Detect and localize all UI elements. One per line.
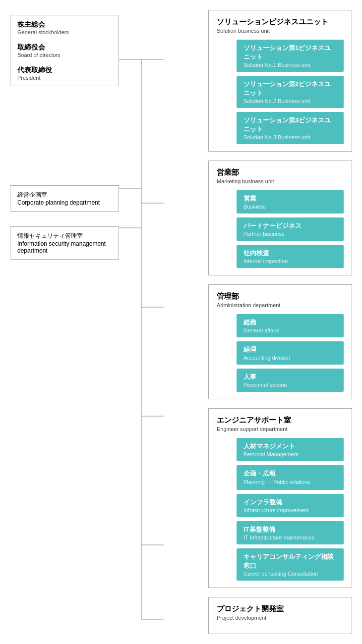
security-box: 情報セキュリティ管理室 Information security managem… [10,226,119,260]
corporate-planning-box: 経営企画室 Corporate planning department [10,185,119,212]
sub-marketing-3-jp: 社内検査 [243,249,337,258]
sub-admin-1-en: General affairs [243,327,337,333]
sub-solution-1: ソリューション第1ビジネスユニット Solution No.1 Business… [237,40,344,72]
sub-solution-1-jp: ソリューション第1ビジネスユニット [243,44,337,61]
sub-engineer-2-jp: 企画・広報 [243,469,337,478]
sub-marketing-3: 社内検査 Internal inspection [237,245,344,268]
sub-solution-2-jp: ソリューション第2ビジネスユニット [243,80,337,98]
dept-admin-title-jp: 管理部 [217,292,344,301]
board-entry: 取締役会 Board of directors [17,43,112,58]
sub-engineer-4-jp: IT基盤整備 [243,525,337,534]
sub-solution-2-en: Solution No.2 Business unit [243,98,337,104]
sub-solution-1-en: Solution No.1 Business unit [243,62,337,68]
sub-marketing-1-jp: 営業 [243,194,337,203]
sub-engineer-2-en: Planning ・ Public relations [243,479,337,486]
president-entry: 代表取締役 President [17,66,112,81]
sub-marketing-2-jp: パートナービジネス [243,221,337,230]
sub-marketing-2-en: Partner business [243,231,337,237]
sub-admin-2-jp: 経理 [243,345,337,354]
sub-admin-1: 総務 General affairs [237,314,344,337]
sub-marketing-1-en: Business [243,204,337,210]
sub-engineer-1-en: Personal Management [243,451,337,457]
dept-solution-subs: ソリューション第1ビジネスユニット Solution No.1 Business… [237,40,344,144]
president-en: President [17,75,112,81]
sub-marketing-3-en: Internal inspection [243,258,337,264]
dept-solution-title-jp: ソリューションビジネスユニット [217,17,344,27]
sub-admin-2: 経理 Accounting division [237,341,344,365]
dept-marketing-title-jp: 営業部 [217,168,344,177]
dept-marketing-title-en: Marketing business unit [217,178,344,184]
left-column: 株主総会 General stockholders 取締役会 Board of … [10,10,119,634]
dept-engineer-title-en: Engineer support department [217,426,344,432]
board-jp: 取締役会 [17,43,112,52]
sub-engineer-4: IT基盤整備 IT Infrastructure maintenance [237,521,344,544]
connector-area [119,10,164,634]
sub-solution-3: ソリューション第3ビジネスユニット Solution No.3 Business… [237,112,344,144]
sub-admin-1-jp: 総務 [243,318,337,327]
dept-marketing: 営業部 Marketing business unit 営業 Business … [208,161,352,275]
sub-engineer-3-jp: インフラ整備 [243,498,337,507]
sub-admin-3: 人事 Personnel section [237,369,344,392]
sub-marketing-1: 営業 Business [237,190,344,214]
sub-engineer-4-en: IT Infrastructure maintenance [243,535,337,540]
sub-admin-2-en: Accounting division [243,355,337,361]
right-column: ソリューションビジネスユニット Solution business unit ソ… [208,10,352,634]
board-en: Board of directors [17,52,112,58]
dept-project-title-jp: プロジェクト開発室 [217,604,344,614]
sub-engineer-5: キャリアコンサルティング相談窓口 Career consulting Consu… [237,548,344,581]
dept-admin-subs: 総務 General affairs 経理 Accounting divisio… [237,314,344,392]
sub-solution-3-en: Solution No.3 Business unit [243,134,337,140]
security-en: Information security management departme… [17,240,112,254]
stockholders-en: General stockholders [17,29,112,35]
sub-engineer-1-jp: 人材マネジメント [243,442,337,451]
connector-svg [119,10,164,634]
stockholders-jp: 株主総会 [17,20,112,29]
corporate-planning-en: Corporate planning department [17,199,112,206]
org-chart: 株主総会 General stockholders 取締役会 Board of … [10,10,352,634]
stockholders-entry: 株主総会 General stockholders [17,20,112,35]
sub-engineer-3-en: Infrastructure improvement [243,507,337,513]
dept-project: プロジェクト開発室 Project development [208,597,352,634]
sub-solution-3-jp: ソリューション第3ビジネスユニット [243,116,337,134]
dept-admin-title-en: Administration department [217,302,344,308]
dept-admin: 管理部 Administration department 総務 General… [208,284,352,399]
sub-engineer-5-en: Career consulting Consultation [243,571,337,577]
corporate-planning-jp: 経営企画室 [17,191,112,199]
dept-engineer-subs: 人材マネジメント Personal Management 企画・広報 Plann… [237,438,344,581]
dept-engineer-title-jp: エンジニアサポート室 [217,416,344,425]
sub-engineer-1: 人材マネジメント Personal Management [237,438,344,461]
sub-admin-3-en: Personnel section [243,382,337,388]
dept-project-title-en: Project development [217,615,344,621]
dept-solution: ソリューションビジネスユニット Solution business unit ソ… [208,10,352,152]
dept-marketing-subs: 営業 Business パートナービジネス Partner business 社… [237,190,344,268]
sub-engineer-5-jp: キャリアコンサルティング相談窓口 [243,552,337,570]
top-box: 株主総会 General stockholders 取締役会 Board of … [10,15,119,86]
president-jp: 代表取締役 [17,66,112,75]
sub-marketing-2: パートナービジネス Partner business [237,217,344,241]
dept-solution-title-en: Solution business unit [217,28,344,34]
dept-engineer: エンジニアサポート室 Engineer support department 人… [208,408,352,588]
sub-engineer-2: 企画・広報 Planning ・ Public relations [237,465,344,490]
sub-engineer-3: インフラ整備 Infrastructure improvement [237,494,344,517]
sub-admin-3-jp: 人事 [243,373,337,381]
security-jp: 情報セキュリティ管理室 [17,232,112,240]
sub-solution-2: ソリューション第2ビジネスユニット Solution No.2 Business… [237,76,344,108]
